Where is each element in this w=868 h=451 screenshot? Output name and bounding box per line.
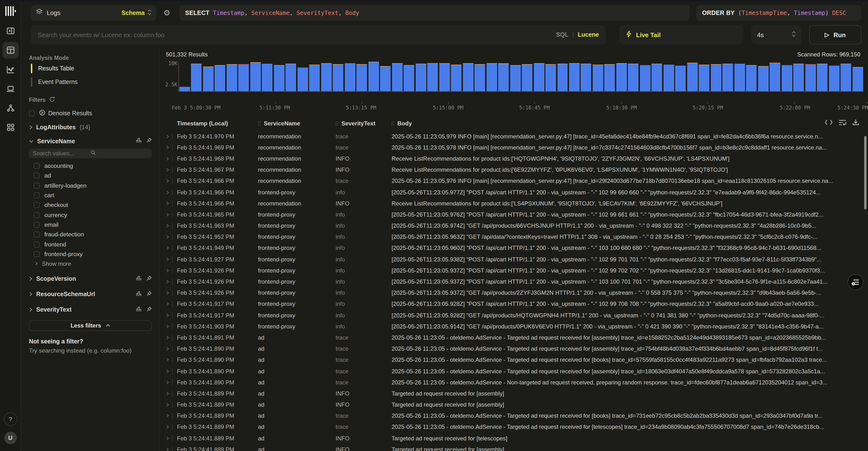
value-checkbox[interactable] <box>34 202 39 208</box>
download-icon[interactable] <box>852 119 859 127</box>
table-row[interactable]: Feb 3 5:24:41.926 PMfrontend-proxyinfo[2… <box>159 276 868 287</box>
nav-chart-explorer-icon[interactable] <box>2 61 19 78</box>
row-expander-icon[interactable] <box>166 346 177 352</box>
orderby-clause-editor[interactable]: ORDER BY (TimestampTime, Timestamp) DESC <box>696 5 861 21</box>
table-row[interactable]: Feb 3 5:24:41.966 PMrecommendationtrace2… <box>159 176 868 187</box>
value-checkbox[interactable] <box>34 173 39 179</box>
column-header-body[interactable]: Body <box>392 120 834 127</box>
service-value-fraud-detection[interactable]: fraud-detection <box>29 230 152 239</box>
drag-handle-icon[interactable] <box>258 121 260 126</box>
nav-service-map-icon[interactable] <box>2 100 19 116</box>
nav-search-icon[interactable] <box>2 42 19 58</box>
row-expander-icon[interactable] <box>166 212 177 217</box>
service-value-frontend-proxy[interactable]: frontend-proxy <box>29 249 152 259</box>
row-expander-icon[interactable] <box>166 156 177 161</box>
refresh-filters-icon[interactable] <box>45 96 55 103</box>
column-header-severitytext[interactable]: SeverityText <box>336 120 392 127</box>
table-row[interactable]: Feb 3 5:24:41.889 PMadINFOTargeted ad re… <box>159 433 868 444</box>
row-expander-icon[interactable] <box>166 379 177 385</box>
live-tail-button[interactable]: Live Tail <box>619 25 743 44</box>
pin-icon[interactable] <box>146 291 152 298</box>
value-checkbox[interactable] <box>34 163 39 169</box>
row-expander-icon[interactable] <box>166 268 177 273</box>
less-filters-button[interactable]: Less filters <box>29 320 152 331</box>
gear-icon[interactable]: ⚙ <box>160 5 174 21</box>
schema-mode-label[interactable]: Schema <box>122 9 145 16</box>
user-avatar[interactable]: U <box>4 432 17 444</box>
row-expander-icon[interactable] <box>166 312 177 318</box>
pin-icon[interactable] <box>146 275 152 283</box>
service-value-currency[interactable]: currency <box>29 210 152 220</box>
value-checkbox[interactable] <box>34 232 39 237</box>
table-row[interactable]: Feb 3 5:24:41.903 PMfrontend-proxyinfo[2… <box>159 321 868 332</box>
table-row[interactable]: Feb 3 5:24:41.889 PMadINFOTargeted ad re… <box>159 399 868 410</box>
row-expander-icon[interactable] <box>166 201 177 206</box>
filter-group-logattributes[interactable]: LogAttributes {14} <box>29 124 152 131</box>
value-checkbox[interactable] <box>34 222 39 228</box>
chart-facet-icon[interactable] <box>136 291 142 298</box>
service-value-cart[interactable]: cart <box>29 190 152 201</box>
search-mode-lucene[interactable]: Lucene <box>578 31 599 38</box>
refresh-interval-select[interactable]: 4s <box>751 25 802 44</box>
table-row[interactable]: Feb 3 5:24:41.949 PMfrontend-proxyinfo[2… <box>159 243 868 254</box>
table-row[interactable]: Feb 3 5:24:41.889 PMadINFOTargeted ad re… <box>159 444 868 451</box>
service-value-ad[interactable]: ad <box>29 171 152 181</box>
analysis-mode-event-patterns[interactable]: Event Patterns <box>29 76 152 88</box>
row-expander-icon[interactable] <box>166 133 177 139</box>
value-checkbox[interactable] <box>34 251 39 257</box>
row-expander-icon[interactable] <box>166 189 177 195</box>
nav-sessions-icon[interactable] <box>2 81 19 97</box>
events-histogram[interactable]: 10K2.5K <box>166 62 863 102</box>
chart-facet-icon[interactable] <box>136 138 142 145</box>
service-value-email[interactable]: email <box>29 220 152 230</box>
table-row[interactable]: Feb 3 5:24:41.963 PMfrontend-proxyinfo[2… <box>159 220 868 231</box>
view-source-icon[interactable] <box>825 119 833 127</box>
table-row[interactable]: Feb 3 5:24:41.890 PMadtrace2025-05-26 11… <box>159 377 868 388</box>
chart-facet-icon[interactable] <box>136 306 142 313</box>
row-expander-icon[interactable] <box>166 301 177 307</box>
denoise-checkbox[interactable] <box>29 111 35 116</box>
row-expander-icon[interactable] <box>166 167 177 173</box>
service-value-accounting[interactable]: accounting <box>29 161 152 171</box>
drag-handle-icon[interactable] <box>336 121 338 126</box>
filter-group-severitytext[interactable]: SeverityText <box>29 306 152 313</box>
row-expander-icon[interactable] <box>166 413 177 419</box>
row-expander-icon[interactable] <box>166 290 177 296</box>
row-expander-icon[interactable] <box>166 335 177 340</box>
histogram-bars[interactable] <box>179 62 863 91</box>
search-mode-sql[interactable]: SQL <box>556 31 568 38</box>
drag-handle-icon[interactable] <box>392 121 394 126</box>
table-row[interactable]: Feb 3 5:24:41.926 PMfrontend-proxyinfo[2… <box>159 287 868 298</box>
table-row[interactable]: Feb 3 5:24:41.968 PMrecommendationINFORe… <box>159 153 868 164</box>
table-row[interactable]: Feb 3 5:24:41.969 PMrecommendationtrace2… <box>159 142 868 153</box>
table-row[interactable]: Feb 3 5:24:41.965 PMfrontend-proxyinfo[2… <box>159 209 868 220</box>
nav-dashboards-icon[interactable] <box>2 119 19 136</box>
table-row[interactable]: Feb 3 5:24:41.890 PMadtrace2025-05-26 11… <box>159 366 868 377</box>
source-selector[interactable]: Logs Schema <box>31 5 156 21</box>
table-row[interactable]: Feb 3 5:24:41.890 PMadtrace2025-05-26 11… <box>159 343 868 354</box>
help-icon[interactable]: ? <box>4 413 17 426</box>
table-row[interactable]: Feb 3 5:24:41.926 PMfrontend-proxyinfo[2… <box>159 265 868 276</box>
run-button[interactable]: ▷ Run <box>809 25 861 44</box>
filter-group-resourceschemaurl[interactable]: ResourceSchemaUrl <box>29 291 152 298</box>
service-value-frontend[interactable]: frontend <box>29 239 152 249</box>
row-expander-icon[interactable] <box>166 245 177 251</box>
sidebar-toggle-icon[interactable] <box>2 23 19 39</box>
table-row[interactable]: Feb 3 5:24:41.917 PMfrontend-proxyinfo[2… <box>159 299 868 310</box>
table-row[interactable]: Feb 3 5:24:41.927 PMfrontend-proxyinfo[2… <box>159 254 868 265</box>
table-row[interactable]: Feb 3 5:24:41.966 PMrecommendationINFORe… <box>159 198 868 209</box>
row-expander-icon[interactable] <box>166 234 177 240</box>
live-tail-indicator-fab[interactable] <box>847 274 864 290</box>
filter-group-servicename[interactable]: ServiceName <box>29 138 152 145</box>
chart-facet-icon[interactable] <box>136 275 142 283</box>
vertical-scrollbar[interactable] <box>864 136 867 209</box>
row-expander-icon[interactable] <box>166 145 177 150</box>
table-row[interactable]: Feb 3 5:24:41.890 PMadtrace2025-05-26 11… <box>159 355 868 366</box>
table-row[interactable]: Feb 3 5:24:41.967 PMrecommendationINFORe… <box>159 164 868 175</box>
row-expander-icon[interactable] <box>166 324 177 329</box>
value-checkbox[interactable] <box>34 212 39 218</box>
value-checkbox[interactable] <box>34 183 39 188</box>
row-expander-icon[interactable] <box>166 424 177 430</box>
analysis-mode-results-table[interactable]: Results Table <box>29 62 152 74</box>
pin-icon[interactable] <box>146 306 152 313</box>
